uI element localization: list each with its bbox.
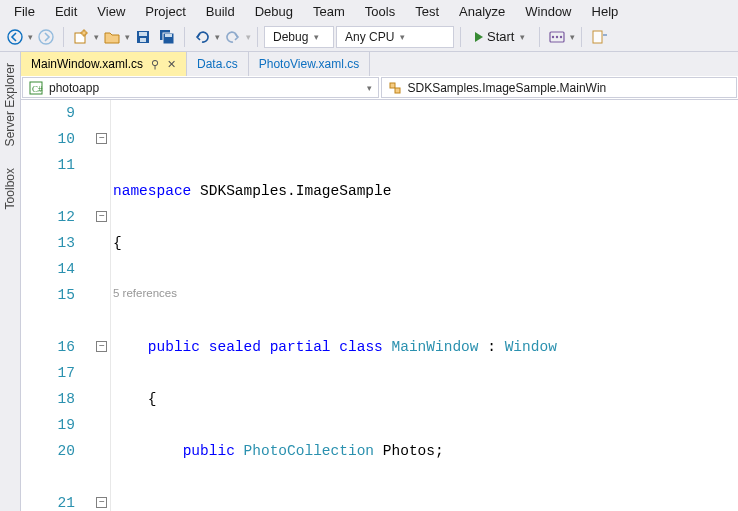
start-label: Start bbox=[487, 29, 514, 44]
editor-pane: MainWindow.xaml.cs ⚲ ✕ Data.cs PhotoView… bbox=[21, 52, 738, 511]
tab-label: MainWindow.xaml.cs bbox=[31, 57, 143, 71]
menu-help[interactable]: Help bbox=[582, 2, 629, 21]
menu-test[interactable]: Test bbox=[405, 2, 449, 21]
class-icon bbox=[388, 81, 402, 95]
play-icon bbox=[475, 32, 483, 42]
svg-point-11 bbox=[556, 35, 558, 37]
tab-mainwindow[interactable]: MainWindow.xaml.cs ⚲ ✕ bbox=[21, 52, 187, 76]
menu-edit[interactable]: Edit bbox=[45, 2, 87, 21]
new-project-button[interactable] bbox=[70, 26, 92, 48]
member-dropdown[interactable]: SDKSamples.ImageSample.MainWin bbox=[381, 77, 738, 98]
code-editor[interactable]: 9 10 11 12 13 14 15 16 17 18 19 20 21 22… bbox=[21, 100, 738, 511]
side-tab-strip: Server Explorer Toolbox bbox=[0, 52, 21, 511]
member-text: SDKSamples.ImageSample.MainWin bbox=[408, 81, 731, 95]
fold-toggle[interactable]: − bbox=[96, 133, 107, 144]
code-body[interactable]: namespace SDKSamples.ImageSample { 5 ref… bbox=[111, 100, 738, 511]
outline-margin[interactable]: − − − − bbox=[93, 100, 111, 511]
svg-rect-4 bbox=[139, 32, 147, 36]
menu-debug[interactable]: Debug bbox=[245, 2, 303, 21]
fold-toggle[interactable]: − bbox=[96, 211, 107, 222]
scope-text: photoapp bbox=[49, 81, 361, 95]
menu-project[interactable]: Project bbox=[135, 2, 195, 21]
codelens[interactable]: 5 references bbox=[113, 280, 177, 306]
nav-back-button[interactable] bbox=[4, 26, 26, 48]
find-in-files-button[interactable] bbox=[588, 26, 610, 48]
svg-rect-5 bbox=[140, 38, 146, 42]
svg-point-10 bbox=[552, 35, 554, 37]
toolbar: ▾ ▾ ▾ ▾ ▾ Debug▾ Any CPU▾ Start▾ ▾ bbox=[0, 22, 738, 52]
svg-rect-16 bbox=[390, 83, 395, 88]
config-value: Debug bbox=[273, 30, 308, 44]
redo-button[interactable] bbox=[222, 26, 244, 48]
tab-label: Data.cs bbox=[197, 57, 238, 71]
svg-point-1 bbox=[39, 30, 53, 44]
tab-label: PhotoView.xaml.cs bbox=[259, 57, 360, 71]
svg-rect-8 bbox=[165, 34, 172, 37]
menu-team[interactable]: Team bbox=[303, 2, 355, 21]
scope-dropdown[interactable]: C# photoapp ▾ bbox=[22, 77, 379, 98]
menu-window[interactable]: Window bbox=[515, 2, 581, 21]
server-explorer-tab[interactable]: Server Explorer bbox=[1, 56, 19, 153]
open-file-button[interactable] bbox=[101, 26, 123, 48]
tab-data[interactable]: Data.cs bbox=[187, 52, 249, 76]
config-dropdown[interactable]: Debug▾ bbox=[264, 26, 334, 48]
nav-fwd-button[interactable] bbox=[35, 26, 57, 48]
pin-icon[interactable]: ⚲ bbox=[151, 58, 159, 71]
cs-file-icon: C# bbox=[29, 81, 43, 95]
navigation-bar: C# photoapp ▾ SDKSamples.ImageSample.Mai… bbox=[21, 76, 738, 100]
save-button[interactable] bbox=[132, 26, 154, 48]
platform-dropdown[interactable]: Any CPU▾ bbox=[336, 26, 454, 48]
tab-photoview[interactable]: PhotoView.xaml.cs bbox=[249, 52, 371, 76]
start-debug-button[interactable]: Start▾ bbox=[467, 26, 533, 48]
menu-bar: File Edit View Project Build Debug Team … bbox=[0, 0, 738, 22]
undo-button[interactable] bbox=[191, 26, 213, 48]
toolbox-tab[interactable]: Toolbox bbox=[1, 161, 19, 216]
svg-point-0 bbox=[8, 30, 22, 44]
svg-rect-13 bbox=[593, 31, 602, 43]
line-number-gutter: 9 10 11 12 13 14 15 16 17 18 19 20 21 22… bbox=[21, 100, 93, 511]
svg-point-12 bbox=[560, 35, 562, 37]
fold-toggle[interactable]: − bbox=[96, 497, 107, 508]
document-tabs: MainWindow.xaml.cs ⚲ ✕ Data.cs PhotoView… bbox=[21, 52, 738, 76]
save-all-button[interactable] bbox=[156, 26, 178, 48]
platform-value: Any CPU bbox=[345, 30, 394, 44]
menu-build[interactable]: Build bbox=[196, 2, 245, 21]
menu-analyze[interactable]: Analyze bbox=[449, 2, 515, 21]
svg-rect-17 bbox=[395, 88, 400, 93]
menu-view[interactable]: View bbox=[87, 2, 135, 21]
fold-toggle[interactable]: − bbox=[96, 341, 107, 352]
close-icon[interactable]: ✕ bbox=[167, 58, 176, 71]
svg-text:C#: C# bbox=[32, 84, 43, 94]
menu-file[interactable]: File bbox=[4, 2, 45, 21]
browser-link-button[interactable] bbox=[546, 26, 568, 48]
menu-tools[interactable]: Tools bbox=[355, 2, 405, 21]
